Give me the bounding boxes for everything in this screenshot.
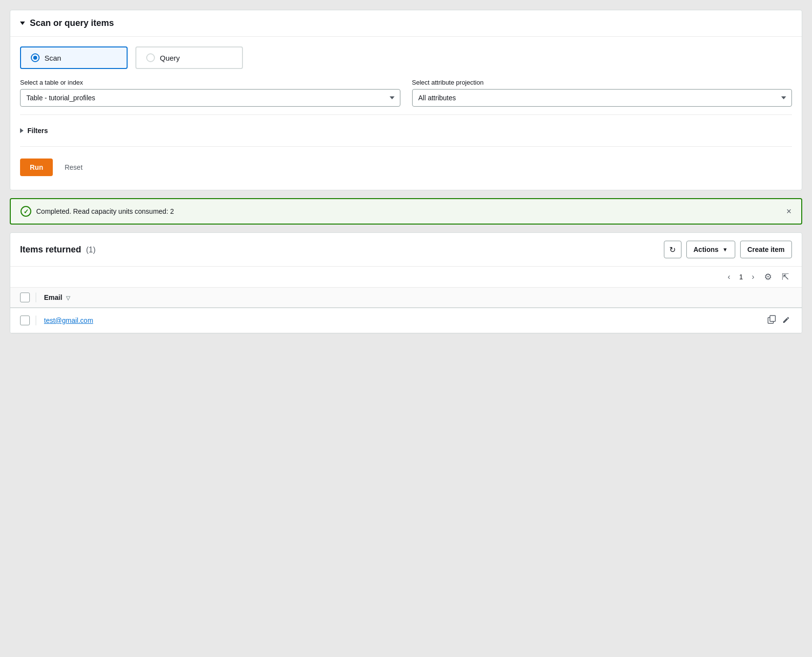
radio-query-label: Query	[160, 54, 180, 62]
projection-select-wrapper: All attributes	[412, 89, 792, 107]
results-card: Items returned (1) ↻ Actions ▼ Create it…	[10, 232, 802, 334]
results-title-group: Items returned (1)	[20, 245, 96, 255]
row-checkbox[interactable]	[20, 316, 30, 325]
radio-dot-scan	[31, 53, 40, 62]
expand-button[interactable]: ⇱	[779, 271, 792, 283]
settings-button[interactable]: ⚙	[761, 271, 775, 283]
prev-page-button[interactable]: ‹	[725, 272, 733, 282]
divider-2	[20, 146, 792, 147]
results-count: (1)	[86, 246, 96, 254]
header-checkbox[interactable]	[20, 293, 30, 302]
edit-icon	[782, 315, 791, 324]
next-page-button[interactable]: ›	[749, 272, 757, 282]
row-email-link[interactable]: test@gmail.com	[44, 317, 767, 324]
results-title: Items returned	[20, 245, 81, 254]
sort-icon: ▽	[66, 295, 70, 301]
reset-button[interactable]: Reset	[59, 159, 88, 176]
section-body: Scan Query Select a table or index Table…	[10, 37, 802, 190]
success-icon: ✓	[21, 206, 31, 217]
radio-scan-label: Scan	[44, 54, 61, 62]
projection-select[interactable]: All attributes	[412, 89, 792, 107]
filters-chevron-icon	[20, 128, 23, 133]
table-select-group: Select a table or index Table - tutorial…	[20, 79, 400, 107]
collapse-icon	[20, 22, 25, 25]
svg-rect-1	[770, 316, 775, 321]
section-title: Scan or query items	[30, 18, 114, 28]
col-email-header: Email ▽	[44, 294, 792, 301]
results-header: Items returned (1) ↻ Actions ▼ Create it…	[10, 233, 802, 267]
table-select-wrapper: Table - tutorial_profiles	[20, 89, 400, 107]
create-item-button[interactable]: Create item	[740, 241, 792, 258]
table-select[interactable]: Table - tutorial_profiles	[20, 89, 400, 107]
radio-dot-query	[146, 53, 155, 62]
success-banner: ✓ Completed. Read capacity units consume…	[10, 198, 802, 225]
table-select-label: Select a table or index	[20, 79, 400, 86]
run-button[interactable]: Run	[20, 159, 53, 176]
row-col-divider	[36, 316, 36, 325]
radio-query[interactable]: Query	[135, 46, 243, 69]
table-header-row: Email ▽	[10, 288, 802, 308]
copy-icon	[768, 315, 776, 324]
radio-scan[interactable]: Scan	[20, 46, 128, 69]
copy-row-button[interactable]	[767, 314, 777, 327]
radio-dot-inner-scan	[33, 56, 37, 60]
create-item-label: Create item	[747, 246, 785, 253]
section-header: Scan or query items	[10, 10, 802, 37]
success-text: Completed. Read capacity units consumed:…	[36, 207, 174, 215]
refresh-icon: ↻	[669, 245, 676, 254]
success-left: ✓ Completed. Read capacity units consume…	[21, 206, 174, 217]
divider-1	[20, 114, 792, 115]
actions-button[interactable]: Actions ▼	[686, 241, 735, 258]
edit-row-button[interactable]	[781, 314, 792, 327]
scan-query-card: Scan or query items Scan Query Select a …	[10, 10, 802, 190]
close-banner-button[interactable]: ×	[786, 207, 791, 216]
actions-label: Actions	[694, 246, 719, 253]
checkmark-icon: ✓	[23, 208, 29, 215]
pagination-row: ‹ 1 › ⚙ ⇱	[10, 267, 802, 288]
filters-row[interactable]: Filters	[20, 123, 792, 138]
col-divider	[36, 293, 36, 302]
table-row: test@gmail.com	[10, 308, 802, 333]
radio-group: Scan Query	[20, 46, 792, 69]
form-row-selects: Select a table or index Table - tutorial…	[20, 79, 792, 107]
run-actions-row: Run Reset	[20, 155, 792, 180]
row-actions	[767, 314, 792, 327]
projection-select-group: Select attribute projection All attribut…	[412, 79, 792, 107]
actions-arrow-icon: ▼	[723, 247, 728, 252]
projection-select-label: Select attribute projection	[412, 79, 792, 86]
filters-label: Filters	[27, 127, 48, 135]
results-actions-group: ↻ Actions ▼ Create item	[664, 241, 792, 258]
refresh-button[interactable]: ↻	[664, 241, 681, 258]
current-page: 1	[737, 273, 745, 281]
col-email-label: Email	[44, 294, 62, 301]
